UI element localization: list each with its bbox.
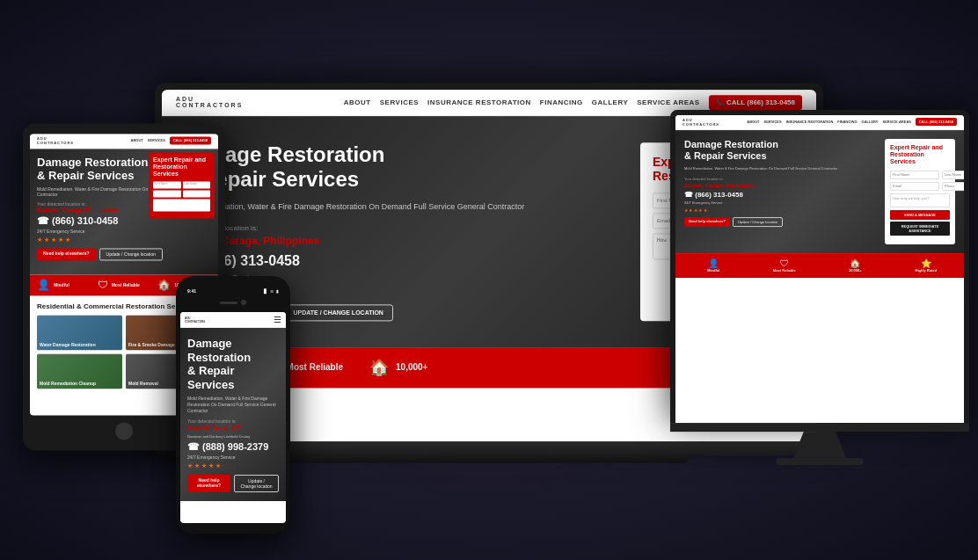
location-label: Your detected location is: [179,224,623,232]
monitor-lastname[interactable] [942,171,964,179]
mobile-location-sub: Newtown and Danbury Litchfield County [187,434,279,439]
tablet-nav-about[interactable]: ABOUT [131,138,143,142]
mobile-help-btn[interactable]: Need help elsewhere? [187,475,230,492]
tablet-home-button[interactable] [115,422,133,440]
tablet-form-contact-row [153,190,210,197]
nav-services[interactable]: SERVICES [380,98,419,106]
mobile-stars: ★ ★ ★ ★ ★ [187,462,279,469]
monitor-nav-services[interactable]: SERVICES [763,120,781,124]
monitor-hero-left: Damage Restoration & Repair Services Mol… [684,139,878,244]
mobile-buttons: Need help elsewhere? Update / Change loc… [187,475,279,492]
monitor-reliable-label: Most Reliable [773,268,796,273]
logo-subtitle: CONTRACTORS [176,102,243,108]
mobile-status-icons: ▊ ≋ ▮ [264,288,279,294]
monitor-nav-phone[interactable]: CALL (866) 313-0458 [916,118,957,126]
monitor-count-icon: 🏠 [850,258,860,268]
mobile-nav: ADU CONTRACTORS ☰ [180,312,286,328]
monitor-foot [776,458,864,465]
monitor-firstname[interactable] [890,171,939,179]
tablet-update-btn[interactable]: Update / Change location [99,248,163,260]
monitor-request-btn[interactable]: REQUEST IMMEDIATE ASSISTANCE [890,222,950,236]
tablet-service-water: Water Damage Restoration [37,315,122,350]
tablet-service-water-label: Water Damage Restoration [40,342,96,347]
monitor-stat-rated: ⭐ Highly Rated [895,258,958,273]
monitor-location-label: Your detected location is: [684,177,878,181]
monitor-stat-reliable: 🛡 Most Reliable [754,258,816,273]
monitor-nav-areas[interactable]: SERVICE AREAS [882,120,910,124]
mobile-screen: ADU CONTRACTORS ☰ Damage Restoration & R… [180,312,286,523]
mobile-location-name: New Milford, CT [187,424,279,432]
monitor-update-btn[interactable]: Update / Change location [733,217,783,227]
tablet-form-email [153,190,181,197]
mobile-logo: ADU CONTRACTORS [185,316,205,324]
tablet-form-phone [183,190,211,197]
tablet-form-firstname: First Name [153,181,181,188]
mobile-speaker [220,302,237,304]
wifi-icon: ≋ [270,288,274,294]
tablet-nav: ADU CONTRACTORS ABOUT SERVICES CALL (866… [30,134,218,149]
monitor-logo: ADU CONTRACTORS [682,118,719,127]
mobile-hero-subtitle: Mold Remediation, Water & Fire Damage Re… [187,396,279,414]
monitor-email[interactable] [890,182,939,191]
monitor-hero-title: Damage Restoration & Repair Services [684,139,878,162]
monitor-screen-inner: ADU CONTRACTORS ABOUT SERVICES INSURANCE… [675,115,964,423]
monitor-stat-mindful: 👤 Mindful [682,258,745,273]
monitor-stars: ★ ★ ★ ★ ★ [684,207,878,213]
mobile-emergency: 24/7 Emergency Service [187,455,279,460]
logo-name: ADU [176,96,243,102]
mobile-hero-title: Damage Restoration & Repair Services [187,337,279,391]
monitor-send-btn[interactable]: SEND A MESSAGE [890,210,950,220]
mobile-menu-icon[interactable]: ☰ [274,315,281,324]
nav-financing[interactable]: FINANCING [540,98,583,106]
tablet-service-mold: Mold Remediation Cleanup [37,353,122,389]
stat-reliable-label: Most Reliable [287,362,343,372]
tablet-form-name-row: First Name Last Name [153,181,210,188]
stat-count: 🏠 10,000+ [369,358,427,377]
tablet-mindful-icon: 👤 [37,279,50,291]
nav-phone[interactable]: 📞 CALL (866) 313-0458 [709,95,802,110]
tablet-form-message [153,199,210,211]
tablet-nav-phone[interactable]: CALL (866) 313-0458 [170,136,211,144]
monitor-nav-financing[interactable]: FINANCING [837,120,857,124]
tablet-stat-reliable: 🛡 Most Reliable [98,279,151,291]
monitor-device: ADU CONTRACTORS ABOUT SERVICES INSURANCE… [670,110,969,465]
monitor-nav-links: ABOUT SERVICES INSURANCE RESTORATION FIN… [747,118,957,126]
mobile-device: 9:41 ▊ ≋ ▮ ADU CONTRACTORS [176,276,290,534]
tablet-nav-services[interactable]: SERVICES [148,138,165,142]
monitor-rated-icon: ⭐ [921,258,931,268]
monitor-help-btn[interactable]: Need help elsewhere? [684,217,730,227]
monitor-hero-subtitle: Mold Remediation, Water & Fire Damage Re… [684,166,878,171]
count-icon: 🏠 [369,358,389,377]
mobile-time: 9:41 [187,288,196,294]
mobile-outer: 9:41 ▊ ≋ ▮ ADU CONTRACTORS [176,276,290,534]
monitor-nav-insurance[interactable]: INSURANCE RESTORATION [786,120,834,124]
tablet-logo: ADU CONTRACTORS [37,136,74,145]
tablet-help-btn[interactable]: Need help elsewhere? [37,248,96,260]
monitor-phone: ☎ (866) 313-0458 [684,191,878,199]
monitor-stats: 👤 Mindful 🛡 Most Reliable 🏠 10,000+ ⭐ Hi… [675,253,964,278]
tablet-count-icon: 🏠 [157,279,171,291]
mobile-notch [211,297,255,308]
tablet-service-mold-removal-label: Mold Removal [128,381,158,386]
monitor-nav-gallery[interactable]: GALLERY [862,120,879,124]
monitor-phone[interactable] [942,182,964,191]
tablet-hero: Damage Restoration & Repair Services Mol… [30,149,218,274]
monitor-nav-about[interactable]: ABOUT [747,120,759,124]
monitor-form-message: How may we help you? [890,193,950,207]
update-location-button[interactable]: Update / Change location [284,304,393,321]
nav-gallery[interactable]: GALLERY [592,98,628,106]
monitor-mindful-label: Mindful [707,268,719,273]
tablet-reliable-icon: 🛡 [98,279,108,291]
tablet-stars: ★ ★ ★ ★ ★ [37,236,211,244]
nav-about[interactable]: ABOUT [344,98,371,106]
nav-insurance[interactable]: INSURANCE RESTORATION [427,98,531,106]
monitor-mindful-icon: 👤 [708,258,719,268]
tablet-service-mold-label: Mold Remediation Cleanup [40,381,96,386]
nav-service-areas[interactable]: SERVICE AREAS [637,98,699,106]
monitor-form-name-row [890,171,950,179]
mobile-camera [241,300,246,305]
mobile-logo-subtitle: CONTRACTORS [185,320,205,324]
location-name: Butuan, Caraga, Philippines [179,235,623,247]
mobile-update-btn[interactable]: Update / Change location [234,475,279,492]
monitor-rated-label: Highly Rated [916,268,937,273]
